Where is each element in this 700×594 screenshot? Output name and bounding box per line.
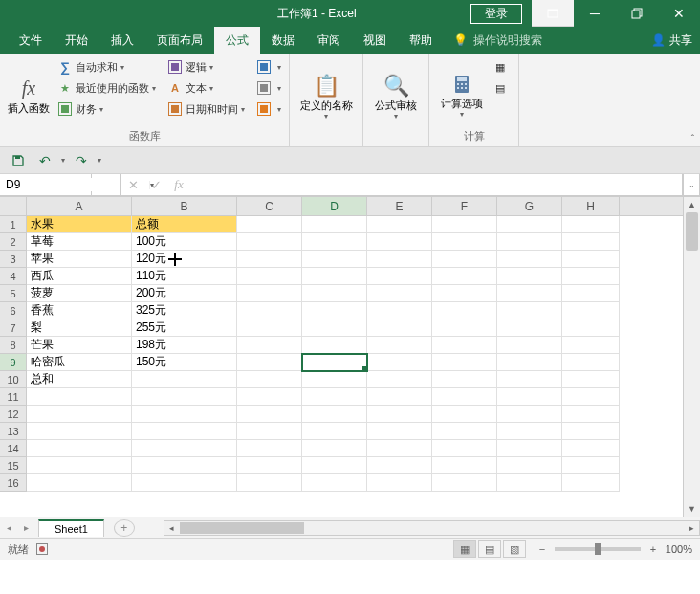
tab-scroll-left[interactable]: ◂ <box>0 522 17 533</box>
cell[interactable] <box>497 406 562 423</box>
cell[interactable] <box>562 371 620 388</box>
page-layout-view-button[interactable]: ▤ <box>478 540 501 558</box>
cell[interactable] <box>302 440 367 457</box>
name-box[interactable]: ▾ <box>0 174 92 196</box>
cell[interactable] <box>302 285 367 302</box>
cell[interactable] <box>497 388 562 406</box>
cell[interactable] <box>497 440 562 457</box>
cell[interactable] <box>367 216 432 233</box>
lookup-reference-button[interactable]: ▾ <box>254 56 283 77</box>
cell[interactable] <box>237 423 302 440</box>
cell[interactable] <box>562 268 620 285</box>
cell[interactable] <box>432 233 497 251</box>
cell[interactable] <box>432 319 497 337</box>
row-header[interactable]: 9 <box>0 354 27 371</box>
cell[interactable] <box>237 371 302 388</box>
column-header-E[interactable]: E <box>367 197 432 215</box>
cell[interactable] <box>562 337 620 354</box>
cell[interactable] <box>497 285 562 302</box>
zoom-level[interactable]: 100% <box>666 543 692 555</box>
vertical-scrollbar[interactable]: ▲ ▼ <box>683 197 700 517</box>
defined-names-button[interactable]: 📋 定义的名称 ▾ <box>295 56 357 132</box>
cell[interactable] <box>562 216 620 233</box>
cell[interactable]: 总额 <box>132 216 237 233</box>
cell[interactable] <box>27 440 132 457</box>
share-button[interactable]: 👤共享 <box>651 27 692 54</box>
cell[interactable]: 香蕉 <box>27 302 132 319</box>
select-all-corner[interactable] <box>0 197 27 215</box>
cell[interactable]: 芒果 <box>27 337 132 354</box>
menu-tab-公式[interactable]: 公式 <box>214 27 260 54</box>
cell[interactable] <box>562 233 620 251</box>
cell[interactable] <box>367 337 432 354</box>
cell[interactable]: 哈密瓜 <box>27 354 132 371</box>
cell[interactable] <box>27 388 132 406</box>
cell[interactable] <box>367 233 432 251</box>
cell[interactable] <box>497 216 562 233</box>
autosum-button[interactable]: ∑自动求和▾ <box>55 56 158 77</box>
menu-tab-插入[interactable]: 插入 <box>99 27 145 54</box>
redo-button[interactable]: ↷ <box>71 150 92 171</box>
row-header[interactable]: 8 <box>0 337 27 354</box>
row-header[interactable]: 6 <box>0 302 27 319</box>
cell[interactable] <box>562 354 620 371</box>
tell-me-search[interactable]: 💡操作说明搜索 <box>444 27 552 54</box>
macro-record-button[interactable] <box>36 543 48 555</box>
cell[interactable] <box>432 268 497 285</box>
cell[interactable] <box>237 285 302 302</box>
cell[interactable] <box>302 406 367 423</box>
cell[interactable] <box>497 474 562 492</box>
menu-tab-帮助[interactable]: 帮助 <box>398 27 444 54</box>
cell[interactable] <box>237 354 302 371</box>
cell[interactable] <box>132 371 237 388</box>
menu-tab-页面布局[interactable]: 页面布局 <box>145 27 214 54</box>
cell[interactable] <box>562 319 620 337</box>
cell[interactable]: 总和 <box>27 371 132 388</box>
row-header[interactable]: 15 <box>0 457 27 474</box>
cell[interactable]: 150元 <box>132 354 237 371</box>
cell[interactable]: 草莓 <box>27 233 132 251</box>
cell[interactable] <box>367 457 432 474</box>
cell[interactable]: 198元 <box>132 337 237 354</box>
chevron-down-icon[interactable]: ▾ <box>98 156 101 165</box>
cell[interactable]: 菠萝 <box>27 285 132 302</box>
cell[interactable] <box>27 474 132 492</box>
horizontal-scrollbar[interactable]: ◂ ▸ <box>164 520 700 536</box>
cell[interactable] <box>497 371 562 388</box>
cell[interactable] <box>132 423 237 440</box>
cell[interactable] <box>562 388 620 406</box>
column-header-F[interactable]: F <box>432 197 497 215</box>
cell[interactable] <box>27 406 132 423</box>
logical-button[interactable]: 逻辑▾ <box>165 56 247 77</box>
menu-tab-视图[interactable]: 视图 <box>352 27 398 54</box>
cell[interactable] <box>432 251 497 268</box>
cell[interactable] <box>367 285 432 302</box>
cell[interactable] <box>432 337 497 354</box>
cell[interactable] <box>237 474 302 492</box>
cell[interactable]: 100元 <box>132 233 237 251</box>
cell[interactable] <box>367 302 432 319</box>
cell[interactable] <box>132 440 237 457</box>
cell[interactable] <box>302 457 367 474</box>
menu-tab-文件[interactable]: 文件 <box>8 27 54 54</box>
cell[interactable] <box>432 406 497 423</box>
cell[interactable] <box>132 474 237 492</box>
cell[interactable] <box>497 268 562 285</box>
enter-formula-button[interactable]: ✓ <box>144 178 167 192</box>
cell[interactable] <box>302 337 367 354</box>
cancel-formula-button[interactable]: ✕ <box>121 178 144 192</box>
insert-function-fx-button[interactable]: fx <box>167 177 190 192</box>
cell[interactable] <box>302 474 367 492</box>
cell[interactable] <box>302 302 367 319</box>
cell[interactable] <box>562 285 620 302</box>
row-header[interactable]: 14 <box>0 440 27 457</box>
cell[interactable] <box>237 457 302 474</box>
cell[interactable]: 110元 <box>132 268 237 285</box>
column-header-H[interactable]: H <box>562 197 620 215</box>
formula-auditing-button[interactable]: 🔍 公式审核 ▾ <box>369 56 423 132</box>
cell[interactable] <box>302 371 367 388</box>
column-header-G[interactable]: G <box>497 197 562 215</box>
cell[interactable] <box>432 457 497 474</box>
cell[interactable] <box>562 440 620 457</box>
cell[interactable] <box>237 337 302 354</box>
